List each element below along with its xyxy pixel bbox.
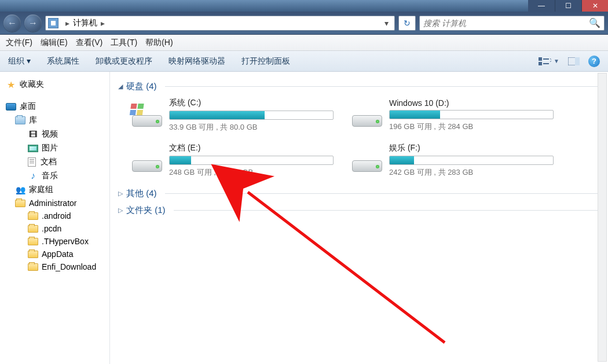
svg-rect-3 — [543, 63, 549, 64]
organize-button[interactable]: 组织 ▾ — [8, 56, 31, 67]
drive-c[interactable]: 系统 (C:) 33.9 GB 可用 , 共 80.0 GB — [131, 98, 334, 133]
address-dropdown[interactable]: ▾ — [380, 19, 392, 28]
menu-edit[interactable]: 编辑(E) — [41, 38, 68, 48]
sidebar-folder-android[interactable]: .android — [0, 209, 109, 222]
chevron-down-icon[interactable]: ▼ — [554, 58, 559, 64]
drive-usage-text: 242 GB 可用 , 共 283 GB — [389, 167, 554, 178]
drive-name: Windows 10 (D:) — [389, 98, 554, 108]
open-control-panel-button[interactable]: 打开控制面板 — [241, 56, 290, 67]
group-header-folders[interactable]: ▷ 文件夹 (1) — [118, 205, 600, 216]
music-icon — [28, 171, 38, 181]
vertical-scrollbar[interactable] — [598, 73, 607, 362]
group-header-other[interactable]: ▷ 其他 (4) — [118, 188, 600, 199]
homegroup-icon — [15, 185, 25, 194]
sidebar-favorites[interactable]: 收藏夹 — [0, 78, 109, 91]
maximize-button[interactable]: ☐ — [555, 0, 581, 12]
view-mode-icon[interactable] — [539, 56, 551, 67]
star-icon — [6, 80, 16, 89]
sidebar-documents[interactable]: 文档 — [0, 155, 109, 169]
expand-icon: ▷ — [118, 207, 123, 214]
drive-icon — [131, 104, 163, 127]
usage-bar — [169, 111, 334, 120]
sidebar-label: Administrator — [29, 198, 76, 208]
sidebar-videos[interactable]: 视频 — [0, 127, 109, 141]
drive-usage-text: 248 GB 可用 , 共 284 GB — [169, 167, 334, 178]
menu-view[interactable]: 查看(V) — [76, 38, 103, 48]
drive-icon — [351, 149, 383, 172]
svg-rect-5 — [575, 57, 580, 65]
menu-help[interactable]: 帮助(H) — [145, 38, 173, 48]
nav-bar: ← → ▸ 计算机 ▸ ▾ ↻ 🔍 — [0, 12, 608, 35]
sidebar-label: 桌面 — [20, 101, 36, 112]
collapse-icon: ◢ — [118, 83, 123, 90]
minimize-button[interactable]: — — [528, 0, 555, 12]
drive-name: 娱乐 (F:) — [389, 143, 554, 153]
group-header-hdd[interactable]: ◢ 硬盘 (4) — [118, 81, 600, 92]
svg-rect-0 — [539, 57, 542, 61]
menu-file[interactable]: 文件(F) — [6, 38, 32, 48]
menu-bar: 文件(F) 编辑(E) 查看(V) 工具(T) 帮助(H) — [0, 35, 608, 51]
usage-bar — [389, 156, 554, 165]
usage-fill — [170, 111, 265, 119]
sidebar-user[interactable]: Administrator — [0, 197, 109, 209]
sidebar-label: .android — [42, 211, 71, 220]
expand-icon: ▷ — [118, 190, 123, 197]
usage-bar — [169, 156, 334, 165]
sidebar-pictures[interactable]: 图片 — [0, 141, 109, 155]
group-label: 硬盘 (4) — [126, 81, 157, 92]
sidebar-label: 家庭组 — [29, 185, 53, 195]
document-icon — [28, 157, 36, 167]
content-pane: ◢ 硬盘 (4) 系统 (C:) 33.9 GB 可用 , 共 80.0 GB — [110, 72, 608, 364]
usage-fill — [390, 156, 414, 164]
refresh-button[interactable]: ↻ — [398, 16, 416, 31]
system-properties-button[interactable]: 系统属性 — [47, 56, 79, 67]
forward-button[interactable]: → — [24, 14, 42, 32]
breadcrumb-sep-icon: ▸ — [101, 19, 105, 28]
sidebar-label: 文档 — [41, 157, 57, 167]
sidebar-folder-enfi[interactable]: Enfi_Download — [0, 260, 109, 273]
breadcrumb-location[interactable]: 计算机 — [73, 18, 97, 28]
sidebar-folder-pcdn[interactable]: .pcdn — [0, 222, 109, 235]
usage-fill — [170, 156, 191, 164]
drive-icon — [131, 149, 163, 172]
svg-rect-1 — [539, 62, 542, 65]
address-bar[interactable]: ▸ 计算机 ▸ ▾ — [45, 16, 395, 31]
divider — [165, 86, 600, 87]
back-button[interactable]: ← — [3, 14, 21, 32]
drive-usage-text: 196 GB 可用 , 共 284 GB — [389, 122, 554, 132]
divider — [174, 210, 600, 211]
search-icon[interactable]: 🔍 — [589, 17, 600, 28]
folder-icon — [28, 238, 38, 245]
search-input[interactable] — [423, 19, 589, 28]
sidebar-desktop[interactable]: 桌面 — [0, 100, 109, 113]
folder-icon — [28, 251, 38, 258]
svg-rect-2 — [543, 58, 549, 60]
close-button[interactable]: ✕ — [581, 0, 608, 12]
usage-bar — [389, 110, 554, 119]
sidebar-label: .pcdn — [42, 224, 61, 233]
uninstall-programs-button[interactable]: 卸载或更改程序 — [96, 56, 152, 67]
search-box[interactable]: 🔍 — [419, 16, 605, 31]
usage-fill — [390, 111, 440, 119]
sidebar-libraries[interactable]: 库 — [0, 113, 109, 127]
drive-d[interactable]: Windows 10 (D:) 196 GB 可用 , 共 284 GB — [351, 98, 554, 133]
computer-icon — [48, 18, 58, 28]
menu-tools[interactable]: 工具(T) — [111, 38, 137, 48]
sidebar-homegroup[interactable]: 家庭组 — [0, 183, 109, 197]
titlebar: — ☐ ✕ — [0, 0, 608, 12]
sidebar-label: 图片 — [42, 143, 58, 153]
drive-icon — [351, 104, 383, 127]
preview-pane-icon[interactable] — [567, 56, 580, 67]
desktop-icon — [6, 103, 16, 111]
map-drive-button[interactable]: 映射网络驱动器 — [169, 56, 225, 67]
sidebar-label: 收藏夹 — [20, 79, 44, 90]
drive-e[interactable]: 文档 (E:) 248 GB 可用 , 共 284 GB — [131, 143, 334, 178]
windows-logo-icon — [131, 104, 145, 116]
sidebar-label: Enfi_Download — [42, 262, 96, 271]
help-icon[interactable]: ? — [588, 56, 600, 67]
sidebar-music[interactable]: 音乐 — [0, 169, 109, 183]
sidebar-folder-appdata[interactable]: AppData — [0, 248, 109, 260]
drive-f[interactable]: 娱乐 (F:) 242 GB 可用 , 共 283 GB — [351, 143, 554, 178]
sidebar-folder-thyperv[interactable]: .THypervBox — [0, 235, 109, 248]
picture-icon — [28, 145, 38, 152]
